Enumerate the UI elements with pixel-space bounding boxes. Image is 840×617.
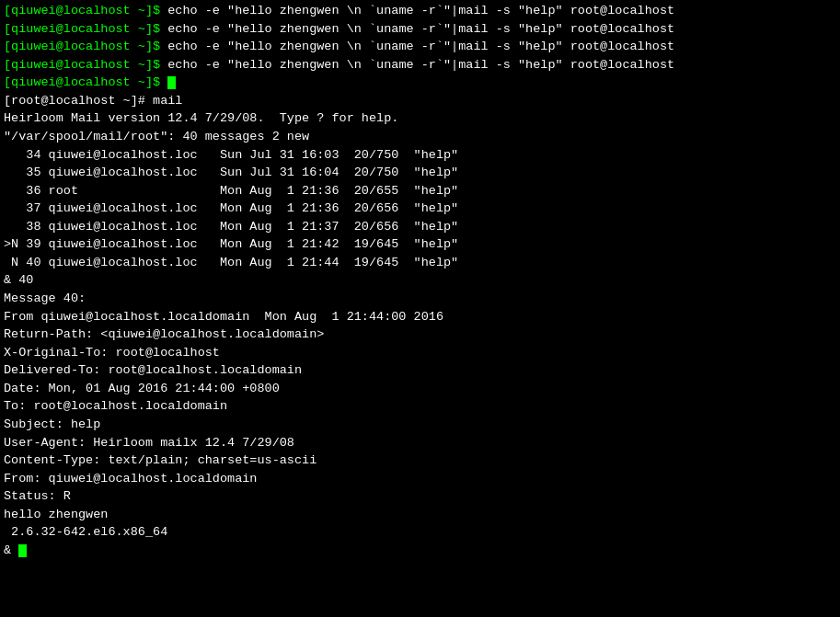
terminal-line: 36 root Mon Aug 1 21:36 20/655 "help" (4, 182, 836, 200)
terminal-line: X-Original-To: root@localhost (4, 344, 836, 362)
terminal-line: Content-Type: text/plain; charset=us-asc… (4, 451, 836, 470)
terminal-line: 37 qiuwei@localhost.loc Mon Aug 1 21:36 … (4, 200, 836, 218)
terminal-line: [qiuwei@localhost ~]$ echo -e "hello zhe… (4, 20, 836, 39)
terminal-line: Date: Mon, 01 Aug 2016 21:44:00 +0800 (4, 380, 836, 398)
terminal-line: Delivered-To: root@localhost.localdomain (4, 361, 836, 380)
terminal-line: hello zhengwen (4, 506, 836, 524)
terminal-line: "/var/spool/mail/root": 40 messages 2 ne… (4, 128, 836, 146)
terminal-line: 35 qiuwei@localhost.loc Sun Jul 31 16:04… (4, 164, 836, 182)
terminal-line: & (4, 542, 836, 560)
terminal-line: Return-Path: <qiuwei@localhost.localdoma… (4, 326, 836, 344)
terminal-line: Subject: help (4, 416, 836, 434)
terminal-line: 38 qiuwei@localhost.loc Mon Aug 1 21:37 … (4, 218, 836, 236)
terminal-line: [qiuwei@localhost ~]$ echo -e "hello zhe… (4, 56, 836, 74)
terminal-line: [qiuwei@localhost ~]$ echo -e "hello zhe… (4, 2, 836, 20)
terminal-line: N 40 qiuwei@localhost.loc Mon Aug 1 21:4… (4, 254, 836, 272)
terminal-line: From: qiuwei@localhost.localdomain (4, 470, 836, 488)
terminal-cursor (18, 544, 27, 557)
terminal-line: 34 qiuwei@localhost.loc Sun Jul 31 16:03… (4, 146, 836, 165)
terminal-line: & 40 (4, 271, 836, 290)
terminal-line: Heirloom Mail version 12.4 7/29/08. Type… (4, 109, 836, 128)
terminal-line: From qiuwei@localhost.localdomain Mon Au… (4, 308, 836, 326)
terminal-line: [root@localhost ~]# mail (4, 92, 836, 110)
terminal-line: >N 39 qiuwei@localhost.loc Mon Aug 1 21:… (4, 235, 836, 254)
terminal-line: To: root@localhost.localdomain (4, 397, 836, 416)
terminal-line: [qiuwei@localhost ~]$ echo -e "hello zhe… (4, 38, 836, 56)
terminal-line: Status: R (4, 487, 836, 506)
terminal-line: Message 40: (4, 290, 836, 308)
terminal-line: 2.6.32-642.el6.x86_64 (4, 523, 836, 542)
terminal-line: [qiuwei@localhost ~]$ (4, 74, 836, 92)
terminal-cursor (167, 76, 176, 89)
terminal-line: User-Agent: Heirloom mailx 12.4 7/29/08 (4, 434, 836, 452)
terminal-window[interactable]: [qiuwei@localhost ~]$ echo -e "hello zhe… (0, 0, 840, 617)
